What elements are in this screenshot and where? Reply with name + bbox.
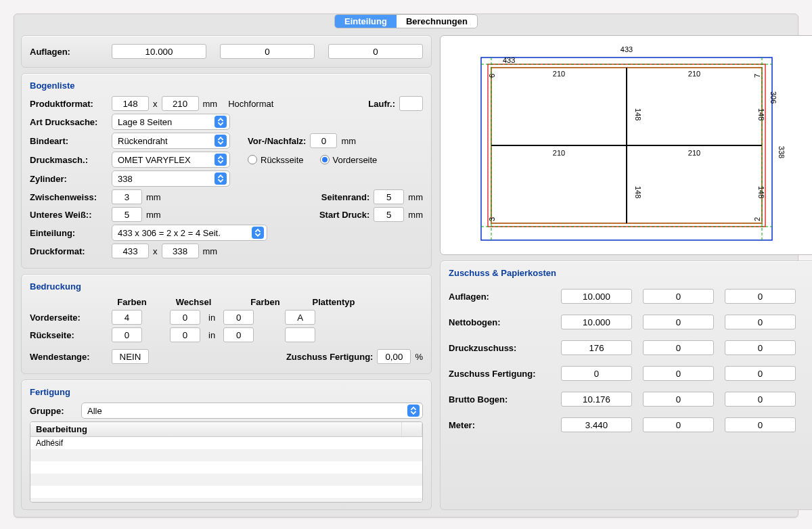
rueckseite-label: Rückseite: xyxy=(30,330,108,340)
bindeart-select[interactable]: Rückendraht xyxy=(112,133,230,149)
auflagen-input-1[interactable] xyxy=(112,44,206,59)
ruecksseite-radio[interactable]: Rücksseite xyxy=(248,155,304,165)
zuschuss-val-c[interactable] xyxy=(725,392,796,407)
zuschuss-val-b[interactable] xyxy=(643,392,714,407)
list-item[interactable] xyxy=(30,486,422,498)
zuschuss-val-c[interactable] xyxy=(725,366,796,381)
laufr-label: Laufr.: xyxy=(368,99,395,109)
list-item[interactable] xyxy=(30,498,422,503)
chevron-updown-icon xyxy=(407,405,420,417)
list-item[interactable] xyxy=(30,461,422,474)
vorder-wechsel[interactable] xyxy=(170,310,200,325)
druckformat-width[interactable] xyxy=(112,244,149,258)
radio-icon xyxy=(248,155,257,164)
radio-icon xyxy=(320,155,330,164)
x-label: x xyxy=(153,246,158,256)
zuschuss-row-label: Brutto Bogen: xyxy=(449,394,550,405)
wendestange-input[interactable] xyxy=(112,349,149,364)
vorder-platte[interactable] xyxy=(285,310,315,325)
zylinder-select[interactable]: 338 xyxy=(112,170,230,187)
dim-r1b-h: 148 xyxy=(757,108,765,120)
startdruck-input[interactable] xyxy=(374,207,404,222)
seitenrand-input[interactable] xyxy=(374,189,404,204)
fertigung-title: Fertigung xyxy=(30,387,423,397)
zuschuss-val-b[interactable] xyxy=(643,366,714,381)
rueck-wechsel[interactable] xyxy=(170,327,200,342)
dim-outer-w: 433 xyxy=(621,45,633,53)
rueck-farben[interactable] xyxy=(112,327,142,342)
gruppe-label: Gruppe: xyxy=(30,406,77,416)
percent-label: % xyxy=(415,352,423,362)
in-label: in xyxy=(208,313,215,323)
zuschuss-val-a[interactable] xyxy=(561,392,632,407)
bearbeitung-list[interactable]: Bearbeitung Adhésif xyxy=(30,421,423,503)
dim-inner-w: 433 xyxy=(503,56,515,64)
mm-label: mm xyxy=(203,99,218,109)
zuschuss-val-b[interactable] xyxy=(643,315,714,329)
zuschuss-val-c[interactable] xyxy=(725,417,796,432)
startdruck-label: Start Druck: xyxy=(319,210,369,220)
druckformat-height[interactable] xyxy=(162,244,199,258)
dim-inner-h: 306 xyxy=(769,91,777,104)
in-label: in xyxy=(208,330,215,340)
einteilung-select-value: 433 x 306 = 2 x 2 = 4 Seit. xyxy=(118,228,221,238)
produktformat-width[interactable] xyxy=(112,96,149,111)
mm-label: mm xyxy=(408,192,423,202)
unteres-weiss-input[interactable] xyxy=(112,207,142,222)
tab-bar: Einteilung Berechnungen xyxy=(334,14,478,28)
vorder-farben[interactable] xyxy=(112,310,142,325)
farben-header: Farben xyxy=(112,297,152,307)
tab-berechnungen[interactable]: Berechnungen xyxy=(397,15,477,28)
zuschuss-val-c[interactable] xyxy=(725,315,796,329)
art-select[interactable]: Lage 8 Seiten xyxy=(112,114,230,130)
einteilung-select[interactable]: 433 x 306 = 2 x 2 = 4 Seit. xyxy=(112,225,267,241)
zuschuss-val-a[interactable] xyxy=(561,315,632,329)
mm-label: mm xyxy=(203,246,218,256)
list-header-spacer xyxy=(402,422,422,436)
auflagen-input-2[interactable] xyxy=(220,44,315,59)
dim-r1-h: 148 xyxy=(634,108,642,120)
produktformat-height[interactable] xyxy=(162,96,199,111)
zwischenweiss-input[interactable] xyxy=(112,189,142,204)
zuschuss-fertigung-input[interactable] xyxy=(377,349,411,364)
auflagen-label: Auflagen: xyxy=(30,47,108,57)
druckmasch-select-value: OMET VARYFLEX xyxy=(118,155,191,165)
zuschuss-val-a[interactable] xyxy=(561,366,632,381)
zuschuss-title: Zuschuss & Papierkosten xyxy=(449,268,811,278)
auflagen-input-3[interactable] xyxy=(328,44,423,59)
druckmasch-select[interactable]: OMET VARYFLEX xyxy=(112,152,230,168)
zuschuss-val-b[interactable] xyxy=(643,417,714,432)
zuschuss-val-a[interactable] xyxy=(561,289,632,304)
ruecksseite-radio-label: Rücksseite xyxy=(261,155,304,165)
svg-text:3: 3 xyxy=(488,216,496,221)
vorderseite-radio-label: Vorderseite xyxy=(333,155,378,165)
vorder-farben2[interactable] xyxy=(223,310,254,325)
zylinder-label: Zylinder: xyxy=(30,174,108,184)
wechsel-header: Wechsel xyxy=(170,297,217,307)
chevron-updown-icon xyxy=(215,116,227,128)
mm-label: mm xyxy=(408,210,423,220)
produktformat-label: Produktformat: xyxy=(30,99,108,109)
list-item[interactable]: Adhésif xyxy=(30,437,422,449)
bearbeitung-header: Bearbeitung xyxy=(30,422,402,436)
zuschuss-val-c[interactable] xyxy=(725,340,796,355)
laufr-input[interactable] xyxy=(399,96,423,111)
vorderseite-radio[interactable]: Vorderseite xyxy=(320,155,378,165)
vornachfalz-input[interactable] xyxy=(310,133,337,148)
rueck-farben2[interactable] xyxy=(223,327,254,342)
tab-einteilung[interactable]: Einteilung xyxy=(335,15,397,28)
rueck-platte[interactable] xyxy=(285,327,315,342)
zuschuss-val-c[interactable] xyxy=(725,289,796,304)
dim-outer-h: 338 xyxy=(777,145,786,158)
zuschuss-val-a[interactable] xyxy=(561,340,632,355)
zuschuss-val-b[interactable] xyxy=(643,289,714,304)
mm-label: mm xyxy=(341,136,356,146)
plattentyp-header: Plattentyp xyxy=(303,297,364,307)
list-item[interactable] xyxy=(30,474,422,486)
zuschuss-val-b[interactable] xyxy=(643,340,714,355)
mm-label: mm xyxy=(146,192,161,202)
gruppe-select[interactable]: Alle xyxy=(81,402,423,419)
einteilung-label: Einteilung: xyxy=(30,228,108,238)
list-item[interactable] xyxy=(30,449,422,461)
zuschuss-val-a[interactable] xyxy=(561,417,632,432)
